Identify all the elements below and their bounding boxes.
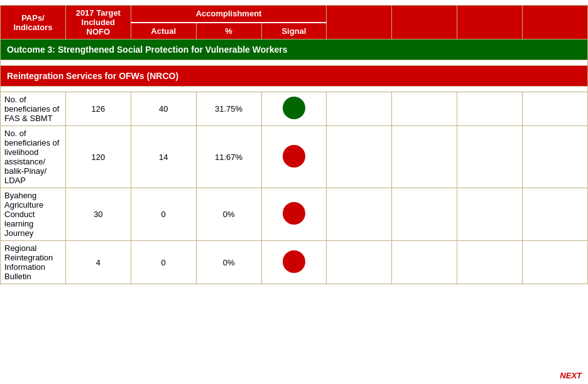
paps-cell: No. of beneficiaries of livelihood assis… (1, 126, 66, 188)
spacer-row (1, 60, 588, 66)
reintegration-label: Reintegration Services for OFWs (NRCO) (1, 66, 588, 87)
header-signal: Signal (261, 23, 327, 40)
bottom-spacer (1, 284, 588, 303)
table-row: Regional Reintegration Information Bulle… (1, 241, 588, 284)
target-cell: 120 (65, 126, 131, 188)
target-cell: 30 (65, 188, 131, 241)
target-cell: 4 (65, 241, 131, 284)
percent-cell: 0% (196, 188, 261, 241)
actual-cell: 40 (131, 92, 196, 126)
main-table: PAPs/ Indicators 2017 Target Included NO… (0, 0, 588, 303)
paps-cell: Regional Reintegration Information Bulle… (1, 241, 66, 284)
table-row: No. of beneficiaries of livelihood assis… (1, 126, 588, 188)
table-row: Byaheng Agriculture Conduct learning Jou… (1, 188, 588, 241)
spacer-row-2 (1, 87, 588, 92)
paps-cell: No. of beneficiaries of FAS & SBMT (1, 92, 66, 126)
header-accomplishment: Accomplishment (131, 6, 327, 23)
header-percent: % (196, 23, 261, 40)
signal-circle-green (283, 97, 305, 119)
signal-cell (261, 92, 327, 126)
signal-cell (261, 188, 327, 241)
header-row-1: PAPs/ Indicators 2017 Target Included NO… (1, 6, 588, 23)
outcome-label: Outcome 3: Strengthened Social Protectio… (1, 40, 588, 60)
signal-circle-red (283, 202, 305, 225)
header-target: 2017 Target Included NOFO (65, 6, 131, 40)
header-paps: PAPs/ Indicators (1, 6, 66, 40)
percent-cell: 11.67% (196, 126, 261, 188)
page-wrapper: PAPs/ Indicators 2017 Target Included NO… (0, 0, 588, 384)
actual-cell: 0 (131, 241, 196, 284)
actual-cell: 14 (131, 126, 196, 188)
reintegration-row: Reintegration Services for OFWs (NRCO) (1, 66, 588, 87)
table-row: No. of beneficiaries of FAS & SBMT 126 4… (1, 92, 588, 126)
signal-cell (261, 126, 327, 188)
signal-circle-red (283, 145, 305, 168)
target-cell: 126 (65, 92, 131, 126)
header-actual: Actual (131, 23, 196, 40)
signal-circle-red (283, 250, 305, 273)
actual-cell: 0 (131, 188, 196, 241)
percent-cell: 31.75% (196, 92, 261, 126)
signal-cell (261, 241, 327, 284)
outcome-row: Outcome 3: Strengthened Social Protectio… (1, 40, 588, 60)
next-button[interactable]: NEXT (560, 371, 582, 380)
paps-cell: Byaheng Agriculture Conduct learning Jou… (1, 188, 66, 241)
percent-cell: 0% (196, 241, 261, 284)
